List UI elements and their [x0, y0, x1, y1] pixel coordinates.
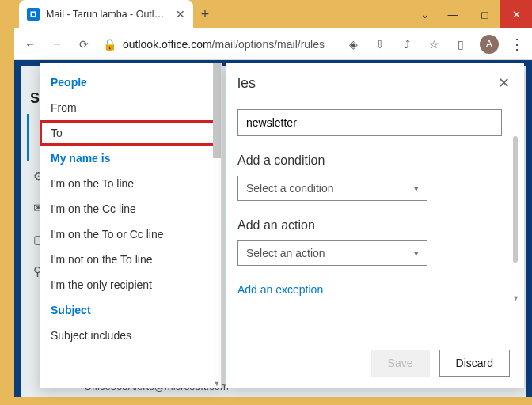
profile-avatar[interactable]: A [480, 35, 499, 54]
bookmark-icon[interactable]: ☆ [426, 36, 442, 52]
address-bar[interactable]: 🔒 outlook.office.com/mail/options/mail/r… [103, 38, 334, 51]
action-placeholder: Select an action [246, 247, 325, 259]
modal-scroll-down-icon[interactable]: ▼ [512, 294, 519, 302]
dropdown-item-on-cc[interactable]: I'm on the Cc line [40, 196, 221, 221]
modal-title-fragment: les [238, 75, 256, 92]
discard-button[interactable]: Discard [439, 350, 510, 377]
rules-modal: les ✕ ▼ Add a condition Select a conditi… [226, 63, 524, 388]
condition-select[interactable]: Select a condition ▾ [238, 176, 428, 201]
tab-title: Mail - Tarun lamba - Outlook [46, 9, 169, 20]
browser-window: Mail - Tarun lamba - Outlook ✕ + ⌄ — ◻ ✕… [14, 0, 532, 397]
dropdown-item-only-recipient[interactable]: I'm the only recipient [40, 272, 221, 297]
dropdown-scrollbar[interactable] [213, 63, 221, 158]
chevron-down-icon: ▾ [414, 248, 419, 259]
dropdown-header-people: People [40, 70, 221, 95]
outlook-favicon [27, 8, 40, 21]
reload-button[interactable]: ⟳ [76, 36, 92, 52]
condition-label: Add a condition [238, 153, 502, 168]
dropdown-item-not-on-to[interactable]: I'm not on the To line [40, 247, 221, 272]
modal-scrollbar[interactable] [513, 136, 518, 263]
dropdown-item-on-to-or-cc[interactable]: I'm on the To or Cc line [40, 221, 221, 247]
install-icon[interactable]: ⇩ [372, 36, 388, 52]
back-button[interactable]: ← [22, 36, 38, 52]
dropdown-item-from[interactable]: From [40, 95, 221, 120]
dropdown-item-to[interactable]: To [40, 120, 221, 146]
dropdown-item-on-to[interactable]: I'm on the To line [40, 171, 221, 196]
svg-rect-2 [32, 13, 35, 16]
action-label: Add an action [238, 218, 502, 233]
dropdown-scroll-down-icon[interactable]: ▼ [213, 380, 221, 388]
window-maximize-button[interactable]: ◻ [469, 0, 500, 28]
tab-close-icon[interactable]: ✕ [176, 8, 185, 21]
browser-tab[interactable]: Mail - Tarun lamba - Outlook ✕ [19, 0, 193, 28]
dropdown-header-subject: Subject [40, 297, 221, 323]
sidepanel-icon[interactable]: ▯ [453, 36, 469, 52]
close-icon[interactable]: ✕ [498, 74, 510, 92]
selection-indicator [27, 114, 29, 161]
action-select[interactable]: Select an action ▾ [238, 240, 428, 266]
rule-name-input[interactable] [238, 109, 502, 136]
condition-placeholder: Select a condition [246, 182, 334, 195]
browser-toolbar: ← → ⟳ 🔒 outlook.office.com/mail/options/… [14, 28, 532, 60]
save-button: Save [371, 350, 430, 377]
tab-overflow-icon[interactable]: ⌄ [413, 0, 437, 28]
window-minimize-button[interactable]: — [437, 0, 469, 28]
new-tab-button[interactable]: + [193, 0, 217, 28]
lock-icon: 🔒 [103, 38, 116, 51]
chevron-down-icon: ▾ [414, 184, 419, 194]
menu-icon[interactable]: ⋮ [510, 36, 524, 53]
dropdown-item-subject-includes[interactable]: Subject includes [40, 323, 221, 348]
forward-button: → [49, 36, 65, 52]
extension-icon[interactable]: ◈ [345, 36, 361, 52]
url-path: /mail/options/mail/rules [212, 38, 325, 51]
dropdown-header-myname: My name is [40, 146, 221, 171]
condition-dropdown-panel: ▼ People From To My name is I'm on the T… [40, 63, 222, 388]
share-icon[interactable]: ⤴ [399, 36, 415, 52]
window-close-button[interactable]: ✕ [500, 0, 532, 28]
titlebar: Mail - Tarun lamba - Outlook ✕ + ⌄ — ◻ ✕ [14, 0, 532, 28]
url-host: outlook.office.com [123, 38, 212, 51]
add-exception-link[interactable]: Add an exception [238, 283, 323, 296]
